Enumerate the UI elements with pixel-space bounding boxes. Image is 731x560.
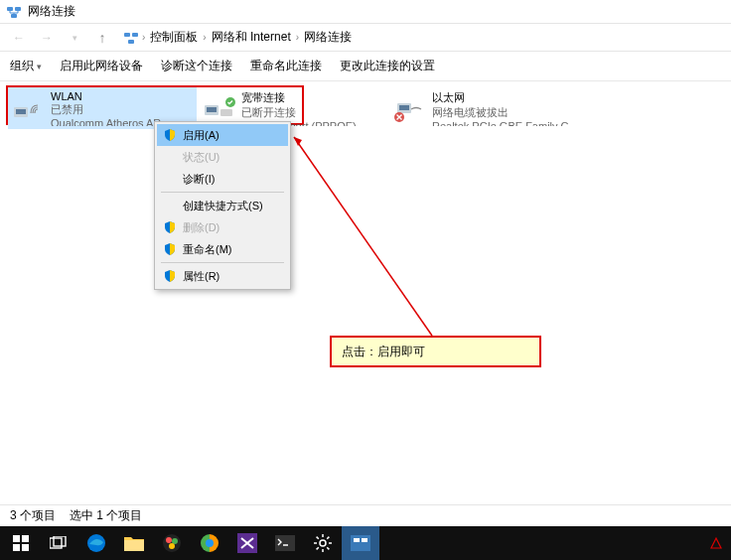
svg-line-43 xyxy=(327,547,329,549)
svg-rect-0 xyxy=(7,7,13,11)
menu-separator xyxy=(161,192,284,193)
edge-icon[interactable] xyxy=(77,526,115,560)
menu-label: 属性(R) xyxy=(183,269,219,284)
menu-label: 诊断(I) xyxy=(183,172,215,187)
breadcrumb-item[interactable]: 控制面板 xyxy=(148,29,200,46)
svg-rect-11 xyxy=(16,109,26,114)
connection-status: 网络电缆被拔出 xyxy=(432,105,585,120)
selected-count: 选中 1 个项目 xyxy=(70,507,142,524)
toolbar: 组织 启用此网络设备 诊断这个连接 重命名此连接 更改此连接的设置 xyxy=(0,52,731,81)
blank-icon xyxy=(161,149,179,165)
menu-item[interactable]: 启用(A) xyxy=(157,124,288,146)
up-button[interactable]: ↑ xyxy=(91,27,113,49)
svg-line-44 xyxy=(317,547,319,549)
svg-point-31 xyxy=(172,538,178,544)
app-icon-2[interactable] xyxy=(191,526,228,560)
svg-rect-22 xyxy=(22,535,29,542)
svg-point-34 xyxy=(206,539,214,547)
connection-item-ethernet[interactable]: 以太网 网络电缆被拔出 Realtek PCIe GBE Family Cont… xyxy=(389,87,588,129)
back-button[interactable]: ← xyxy=(8,27,30,49)
annotation-callout: 点击：启用即可 xyxy=(330,336,541,367)
taskbar xyxy=(0,526,731,560)
svg-rect-36 xyxy=(275,535,295,551)
tray-icon[interactable] xyxy=(709,536,723,550)
settings-icon[interactable] xyxy=(304,526,342,560)
visual-studio-icon[interactable] xyxy=(228,526,266,560)
app-icon-1[interactable] xyxy=(153,526,191,560)
network-icon xyxy=(6,4,22,20)
connection-device: Realtek PCIe GBE Family Contr... xyxy=(432,120,585,126)
svg-rect-14 xyxy=(220,109,232,116)
svg-rect-2 xyxy=(11,14,17,18)
svg-rect-24 xyxy=(22,544,29,551)
shield-icon xyxy=(161,268,179,284)
navbar: ← → ▾ ↑ › 控制面板 › 网络和 Internet › 网络连接 xyxy=(0,24,731,52)
svg-line-42 xyxy=(317,537,319,539)
menu-item[interactable]: 诊断(I) xyxy=(157,168,288,190)
window-title: 网络连接 xyxy=(28,3,75,20)
blank-icon xyxy=(161,171,179,187)
connection-status: 已禁用 xyxy=(51,102,194,117)
svg-line-19 xyxy=(294,137,432,336)
svg-marker-20 xyxy=(294,137,302,146)
statusbar: 3 个项目 选中 1 个项目 xyxy=(0,504,731,526)
menu-item[interactable]: 创建快捷方式(S) xyxy=(157,195,288,216)
svg-rect-1 xyxy=(15,7,21,11)
menu-item[interactable]: 属性(R) xyxy=(157,265,288,287)
content-area: WLAN 已禁用 Qualcomm Atheros AR... 宽带连接 已断开… xyxy=(0,81,731,528)
history-dropdown[interactable]: ▾ xyxy=(64,27,85,49)
menu-item[interactable]: 重命名(M) xyxy=(157,238,288,260)
breadcrumb[interactable]: › 控制面板 › 网络和 Internet › 网络连接 xyxy=(119,27,723,49)
terminal-icon[interactable] xyxy=(266,526,304,560)
menu-item: 状态(U) xyxy=(157,146,288,168)
file-explorer-icon[interactable] xyxy=(115,526,153,560)
diagnose-button[interactable]: 诊断这个连接 xyxy=(161,56,232,76)
menu-separator xyxy=(161,262,284,263)
shield-icon xyxy=(161,127,179,143)
annotation-arrow xyxy=(288,131,437,340)
enable-device-button[interactable]: 启用此网络设备 xyxy=(60,56,143,76)
context-menu: 启用(A)状态(U)诊断(I)创建快捷方式(S)删除(D)重命名(M)属性(R) xyxy=(154,121,291,290)
shield-icon xyxy=(161,241,179,257)
svg-rect-23 xyxy=(13,544,20,551)
chevron-right-icon: › xyxy=(296,32,299,43)
svg-rect-7 xyxy=(124,33,130,37)
connection-name: WLAN xyxy=(51,90,194,102)
ethernet-icon xyxy=(392,90,428,126)
svg-rect-46 xyxy=(351,535,370,551)
svg-line-45 xyxy=(327,537,329,539)
shield-icon xyxy=(161,219,179,235)
menu-item: 删除(D) xyxy=(157,216,288,238)
svg-rect-17 xyxy=(399,105,409,110)
chevron-right-icon: › xyxy=(142,32,145,43)
breadcrumb-item[interactable]: 网络连接 xyxy=(302,29,354,46)
svg-point-30 xyxy=(166,537,172,543)
change-settings-button[interactable]: 更改此连接的设置 xyxy=(340,56,435,76)
menu-label: 重命名(M) xyxy=(183,242,232,257)
item-count: 3 个项目 xyxy=(10,507,56,524)
active-app-icon[interactable] xyxy=(342,526,379,560)
connection-name: 以太网 xyxy=(432,90,585,105)
titlebar: 网络连接 xyxy=(0,0,731,24)
organize-menu[interactable]: 组织 xyxy=(10,56,42,76)
start-button[interactable] xyxy=(2,526,40,560)
svg-point-37 xyxy=(320,540,326,546)
connection-status: 已断开连接 xyxy=(241,105,384,120)
svg-rect-9 xyxy=(128,40,134,44)
breadcrumb-item[interactable]: 网络和 Internet xyxy=(210,29,293,46)
svg-point-32 xyxy=(169,543,175,549)
task-view-button[interactable] xyxy=(40,526,77,560)
network-icon xyxy=(123,30,139,46)
svg-rect-28 xyxy=(124,540,144,551)
svg-rect-48 xyxy=(362,538,367,542)
wifi-icon xyxy=(11,90,47,126)
svg-rect-8 xyxy=(132,33,138,37)
rename-button[interactable]: 重命名此连接 xyxy=(250,56,322,76)
chevron-right-icon: › xyxy=(203,32,206,43)
annotation-text: 点击：启用即可 xyxy=(342,344,425,360)
svg-rect-21 xyxy=(13,535,20,542)
forward-button[interactable]: → xyxy=(36,27,58,49)
menu-label: 创建快捷方式(S) xyxy=(183,199,263,213)
blank-icon xyxy=(161,198,179,213)
svg-rect-13 xyxy=(207,107,217,112)
